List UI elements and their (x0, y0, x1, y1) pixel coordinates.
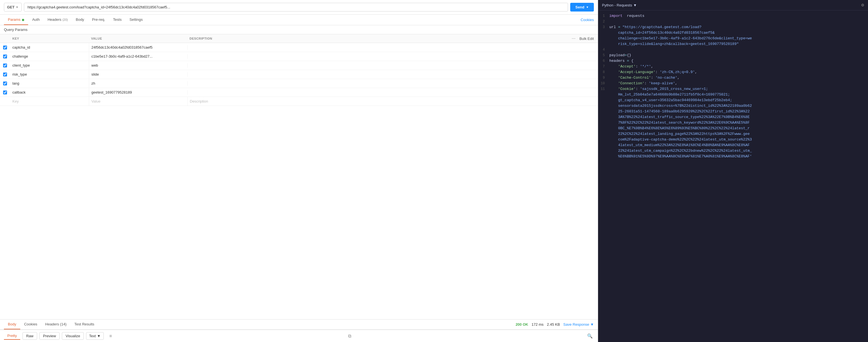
row-5-checkbox[interactable] (3, 81, 7, 86)
format-raw[interactable]: Raw (23, 332, 37, 340)
url-input[interactable] (24, 3, 568, 11)
row-1-value: 24f56dc13c40dc4a02fd0318567caef5 (89, 43, 187, 52)
row-4-value: slide (89, 70, 187, 79)
code-header: Python - Requests ▼ ⚙ (598, 0, 868, 10)
row-3-desc (187, 63, 598, 68)
query-params-header: Query Params (0, 25, 598, 34)
row-5-value: zh (89, 79, 187, 88)
table-row: callback geetest_1690779528189 (0, 88, 598, 97)
empty-desc[interactable]: Description (187, 97, 598, 106)
code-line-10: 10 'Connection': 'keep-alive', (598, 81, 868, 86)
code-line-6: 6 headers = { (598, 58, 868, 64)
save-response-button[interactable]: Save Response ▼ (563, 322, 594, 327)
text-type-label: Text (89, 334, 96, 338)
text-dropdown-chevron: ▼ (97, 334, 101, 338)
tab-headers[interactable]: Headers (20) (43, 14, 72, 25)
text-type-dropdown[interactable]: Text ▼ (86, 332, 104, 340)
tab-prereq[interactable]: Pre-req. (88, 14, 109, 25)
row-3-value: web (89, 61, 187, 70)
body-footer: Pretty Raw Preview Visualize Text ▼ ≡ ⧉ … (0, 330, 598, 342)
code-line-1: 1 import requests (598, 13, 868, 19)
row-6-value: geetest_1690779528189 (89, 88, 187, 97)
code-line-2: 2 (598, 19, 868, 25)
row-6-checkbox[interactable] (3, 91, 7, 95)
row-4-checkbox[interactable] (3, 72, 7, 76)
row-4-key: risk_type (10, 70, 89, 79)
tab-body[interactable]: Body (72, 14, 88, 25)
tab-auth[interactable]: Auth (28, 14, 43, 25)
language-dropdown[interactable]: Python - Requests ▼ (602, 3, 637, 7)
request-tabs: Params Auth Headers (20) Body Pre-req. T… (0, 14, 598, 25)
send-chevron-icon: ▼ (586, 6, 589, 9)
col-value-header: VALUE (89, 37, 187, 40)
params-area: captcha_id 24f56dc13c40dc4a02fd0318567ca… (0, 43, 598, 319)
bulk-edit-button[interactable]: Bulk Edit (580, 37, 594, 41)
cookies-link[interactable]: Cookies (581, 18, 594, 22)
method-chevron-icon: ▼ (16, 6, 19, 9)
params-dot (22, 19, 24, 21)
format-pretty[interactable]: Pretty (4, 332, 20, 340)
row-4-desc (187, 72, 598, 77)
response-size: 2.45 KB (547, 322, 560, 327)
empty-key[interactable]: Key (10, 97, 89, 106)
code-line-4: 4 (598, 47, 868, 53)
table-row: client_type web (0, 61, 598, 70)
row-3-checkbox[interactable] (3, 64, 7, 67)
tab-params[interactable]: Params (4, 14, 28, 25)
empty-row: Key Value Description (0, 97, 598, 106)
tab-settings[interactable]: Settings (125, 14, 147, 25)
bottom-tab-body[interactable]: Body (4, 319, 20, 329)
save-chevron-icon: ▼ (590, 322, 594, 327)
row-5-desc (187, 81, 598, 86)
copy-icon[interactable]: ⧉ (347, 333, 352, 340)
format-preview[interactable]: Preview (39, 332, 60, 340)
row-2-key: challenge (10, 52, 89, 61)
empty-value[interactable]: Value (89, 97, 187, 106)
row-1-checkbox[interactable] (3, 45, 7, 49)
col-desc-header: DESCRIPTION (187, 37, 564, 40)
col-key-header: KEY (10, 37, 89, 40)
language-chevron-icon: ▼ (633, 3, 637, 7)
language-label: Python - Requests (602, 3, 632, 7)
left-panel: GET ▼ Send ▼ Params Auth Headers (20) Bo… (0, 0, 598, 342)
params-table-header: KEY VALUE DESCRIPTION ··· Bulk Edit (0, 34, 598, 43)
table-row: captcha_id 24f56dc13c40dc4a02fd0318567ca… (0, 43, 598, 52)
more-options-button[interactable]: ··· (570, 36, 577, 41)
status-info: 200 OK 172 ms 2.45 KB Save Response ▼ (516, 322, 594, 327)
row-3-key: client_type (10, 61, 89, 70)
table-row: lang zh (0, 79, 598, 88)
code-line-9: 9 'Cache-Control': 'no-cache', (598, 75, 868, 81)
method-label: GET (7, 5, 14, 9)
bottom-tab-headers[interactable]: Headers (14) (41, 319, 70, 329)
tab-tests[interactable]: Tests (109, 14, 125, 25)
row-2-value: c1be5e17-3b0c-4af9-a1c2-643bd27... (89, 52, 187, 61)
bottom-tab-cookies[interactable]: Cookies (20, 319, 41, 329)
code-line-8: 8 'Accept-Language': 'zh-CN,zh;q=0.9', (598, 69, 868, 75)
code-line-3: 3 url = "https://gcaptcha4.geetest.com/l… (598, 25, 868, 47)
method-dropdown[interactable]: GET ▼ (4, 3, 22, 11)
url-bar: GET ▼ Send ▼ (0, 0, 598, 14)
code-area: 1 import requests 2 3 url = "https://gca… (598, 10, 868, 342)
response-time: 172 ms (531, 322, 544, 327)
col-actions-header: ··· Bulk Edit (564, 36, 598, 41)
row-6-key: callback (10, 88, 89, 97)
status-code: 200 OK (516, 322, 528, 327)
format-visualize[interactable]: Visualize (62, 332, 84, 340)
gear-icon[interactable]: ⚙ (861, 2, 864, 8)
row-1-key: captcha_id (10, 43, 89, 52)
code-line-5: 5 payload={} (598, 53, 868, 58)
code-line-11: 11 'Cookie': 'sajssdk_2015_cross_new_use… (598, 86, 868, 159)
search-icon[interactable]: 🔍 (586, 332, 594, 340)
filter-icon[interactable]: ≡ (108, 333, 113, 340)
table-row: risk_type slide (0, 70, 598, 79)
bottom-tab-test-results[interactable]: Test Results (70, 319, 98, 329)
send-label: Send (575, 5, 584, 9)
table-row: challenge c1be5e17-3b0c-4af9-a1c2-643bd2… (0, 52, 598, 61)
row-2-checkbox[interactable] (3, 55, 7, 59)
row-1-desc (187, 45, 598, 50)
code-line-7: 7 'Accept': '*/*', (598, 64, 868, 69)
right-panel: Python - Requests ▼ ⚙ 1 import requests … (598, 0, 868, 342)
send-button[interactable]: Send ▼ (570, 3, 594, 11)
row-2-desc (187, 54, 598, 59)
bottom-tabs: Body Cookies Headers (14) Test Results 2… (0, 319, 598, 330)
